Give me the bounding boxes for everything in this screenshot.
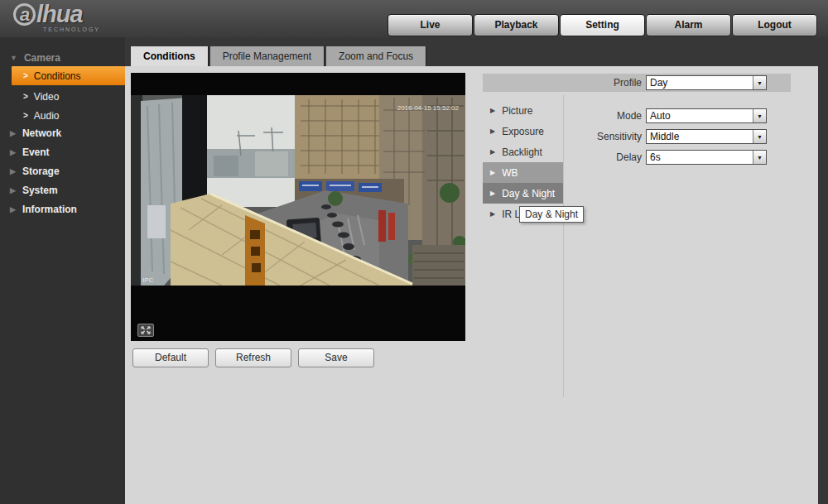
triangle-right-icon: ▶ — [10, 167, 16, 175]
nav-logout-button[interactable]: Logout — [732, 14, 817, 36]
main-nav: Live Playback Setting Alarm Logout — [388, 14, 817, 36]
sidebar-group-label: System — [22, 185, 58, 196]
dropdown-arrow-icon[interactable]: ▼ — [753, 109, 766, 122]
sidebar-item-video[interactable]: > Video — [0, 87, 125, 106]
sidebar: ▼ Camera > Conditions > Video > Audio ▶ … — [0, 37, 125, 504]
osd-timestamp: 2016-04-15 15:52:02 — [397, 104, 460, 112]
sidebar-group-camera[interactable]: ▼ Camera — [0, 48, 125, 67]
sidebar-group-label: Event — [22, 146, 50, 158]
delay-select-value: 6s — [647, 151, 766, 164]
chevron-right-icon: > — [23, 111, 28, 120]
day-night-tooltip: Day & Night — [519, 206, 584, 223]
video-preview: 2016-04-15 15:52:02 IPC — [131, 73, 465, 341]
logo-a-ring-icon: a — [13, 3, 36, 26]
content-panel: 2016-04-15 15:52:02 IPC Default Refresh … — [125, 66, 818, 504]
chevron-right-icon: > — [23, 71, 28, 80]
dropdown-arrow-icon[interactable]: ▼ — [753, 76, 766, 89]
logo-wordmark: alhua — [13, 1, 100, 28]
profile-label: Profile — [484, 75, 642, 90]
profile-select-value: Day — [647, 76, 766, 89]
tab-conditions[interactable]: Conditions — [131, 46, 208, 66]
save-button[interactable]: Save — [298, 348, 374, 367]
menu-item-wb[interactable]: ▶ WB — [483, 162, 563, 183]
menu-item-label: Day & Night — [502, 188, 555, 199]
delay-label: Delay — [484, 150, 642, 165]
settings-tabs: Conditions Profile Management Zoom and F… — [131, 46, 426, 66]
sensitivity-label: Sensitivity — [484, 129, 642, 144]
camera-stream-image: 2016-04-15 15:52:02 IPC — [131, 73, 465, 341]
triangle-right-icon: ▶ — [10, 129, 16, 137]
nav-live-button[interactable]: Live — [388, 14, 473, 36]
nav-alarm-button[interactable]: Alarm — [646, 14, 731, 36]
sidebar-group-label: Network — [22, 127, 61, 139]
sidebar-item-label: Conditions — [34, 70, 81, 82]
default-button[interactable]: Default — [132, 348, 209, 367]
fullscreen-button[interactable] — [137, 324, 154, 337]
sidebar-group-information[interactable]: ▶ Information — [0, 199, 125, 218]
logo-technology-text: TECHNOLOGY — [43, 26, 100, 32]
triangle-right-icon: ▶ — [490, 190, 495, 197]
osd-channel-label: IPC — [142, 276, 154, 284]
dahua-logo: alhua TECHNOLOGY — [13, 1, 100, 32]
delay-select[interactable]: 6s ▼ — [646, 150, 767, 165]
refresh-button[interactable]: Refresh — [215, 348, 291, 367]
sidebar-item-audio[interactable]: > Audio — [0, 106, 125, 125]
mode-select[interactable]: Auto ▼ — [646, 108, 767, 123]
sidebar-group-event[interactable]: ▶ Event — [0, 142, 125, 161]
triangle-right-icon: ▶ — [10, 186, 16, 194]
tab-zoom-and-focus[interactable]: Zoom and Focus — [326, 46, 426, 66]
top-bar: alhua TECHNOLOGY Live Playback Setting A… — [0, 0, 828, 37]
profile-select[interactable]: Day ▼ — [646, 75, 767, 90]
nav-playback-button[interactable]: Playback — [474, 14, 559, 36]
dahua-camera-settings-page: alhua TECHNOLOGY Live Playback Setting A… — [0, 0, 828, 504]
sidebar-group-label: Camera — [24, 52, 60, 64]
triangle-right-icon: ▶ — [490, 169, 495, 176]
chevron-right-icon: > — [23, 92, 28, 101]
triangle-right-icon: ▶ — [490, 210, 495, 218]
dropdown-arrow-icon[interactable]: ▼ — [753, 151, 766, 164]
sidebar-group-system[interactable]: ▶ System — [0, 180, 125, 199]
sidebar-item-conditions[interactable]: > Conditions — [12, 66, 125, 85]
sidebar-group-label: Storage — [22, 166, 60, 177]
tab-profile-management[interactable]: Profile Management — [210, 46, 324, 66]
menu-item-label: WB — [502, 167, 518, 179]
sidebar-group-storage[interactable]: ▶ Storage — [0, 161, 125, 180]
menu-item-day-night[interactable]: ▶ Day & Night — [483, 183, 563, 204]
logo-rest: lhua — [36, 1, 83, 28]
sensitivity-select-value: Middle — [647, 130, 766, 143]
triangle-right-icon: ▶ — [10, 148, 16, 156]
mode-label: Mode — [484, 108, 642, 123]
sidebar-item-label: Video — [34, 91, 59, 103]
dropdown-arrow-icon[interactable]: ▼ — [753, 130, 766, 143]
sidebar-item-label: Audio — [34, 110, 60, 122]
mode-select-value: Auto — [647, 109, 766, 122]
nav-setting-button[interactable]: Setting — [560, 14, 645, 36]
sidebar-group-network[interactable]: ▶ Network — [0, 123, 125, 142]
expand-icon — [141, 326, 151, 334]
triangle-down-icon: ▼ — [10, 54, 17, 62]
sidebar-group-label: Information — [22, 204, 77, 215]
triangle-right-icon: ▶ — [10, 205, 16, 214]
sensitivity-select[interactable]: Middle ▼ — [646, 129, 767, 144]
